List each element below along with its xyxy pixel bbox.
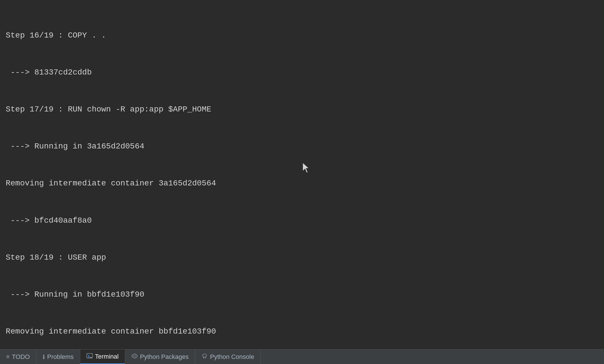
python-console-icon — [201, 353, 208, 360]
terminal-icon — [86, 353, 93, 360]
terminal-line-8: ---> Running in bbfd1e103f90 — [6, 288, 598, 301]
tab-todo-label: TODO — [12, 353, 30, 361]
terminal-line-9: Removing intermediate container bbfd1e10… — [6, 325, 598, 338]
bottom-tabs-bar: ≡ TODO ℹ Problems Terminal Python Packag… — [0, 349, 604, 364]
svg-marker-4 — [133, 355, 136, 357]
terminal-line-3: Step 17/19 : RUN chown -R app:app $APP_H… — [6, 103, 598, 115]
problems-icon: ℹ — [43, 353, 45, 360]
tab-problems[interactable]: ℹ Problems — [36, 349, 80, 364]
tab-python-packages[interactable]: Python Packages — [125, 349, 195, 364]
tab-python-console-label: Python Console — [210, 353, 254, 361]
todo-icon: ≡ — [6, 353, 10, 360]
terminal-line-7: Step 18/19 : USER app — [6, 251, 598, 264]
tab-terminal-label: Terminal — [95, 353, 119, 360]
terminal-output: Step 16/19 : COPY . . ---> 81337cd2cddb … — [6, 5, 598, 349]
terminal-line-5: Removing intermediate container 3a165d2d… — [6, 177, 598, 189]
terminal-line-6: ---> bfcd40aaf8a0 — [6, 214, 598, 227]
terminal-line-2: ---> 81337cd2cddb — [6, 66, 598, 78]
tab-python-console[interactable]: Python Console — [195, 349, 261, 364]
terminal-line-1: Step 16/19 : COPY . . — [6, 29, 598, 42]
tab-todo[interactable]: ≡ TODO — [0, 349, 36, 364]
python-packages-icon — [131, 353, 138, 360]
tab-python-packages-label: Python Packages — [140, 353, 189, 361]
terminal-line-4: ---> Running in 3a165d2d0564 — [6, 140, 598, 152]
svg-marker-3 — [132, 354, 137, 358]
tab-problems-label: Problems — [47, 353, 74, 361]
tab-terminal[interactable]: Terminal — [80, 349, 125, 364]
terminal-area[interactable]: Step 16/19 : COPY . . ---> 81337cd2cddb … — [0, 0, 604, 349]
